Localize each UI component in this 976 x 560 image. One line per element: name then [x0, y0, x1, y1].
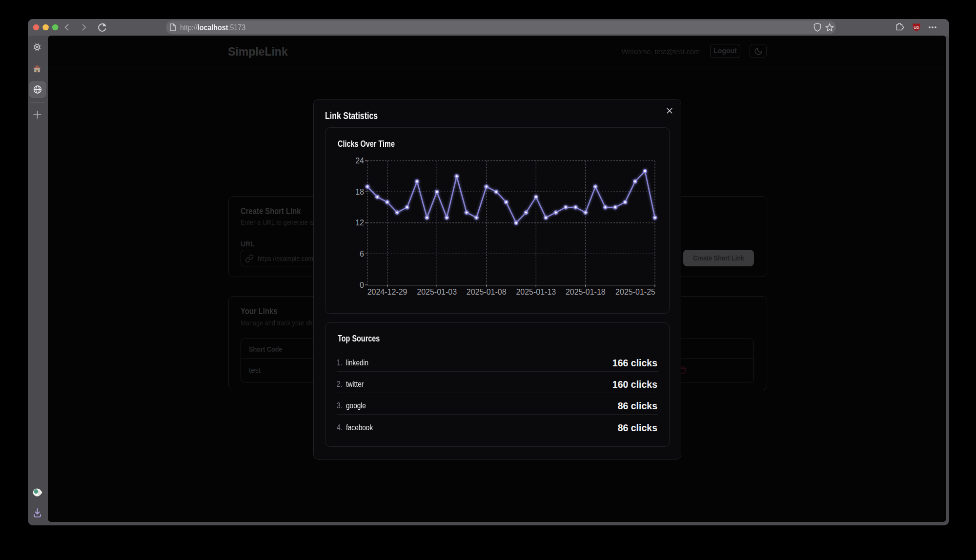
- svg-text:UD: UD: [914, 25, 919, 30]
